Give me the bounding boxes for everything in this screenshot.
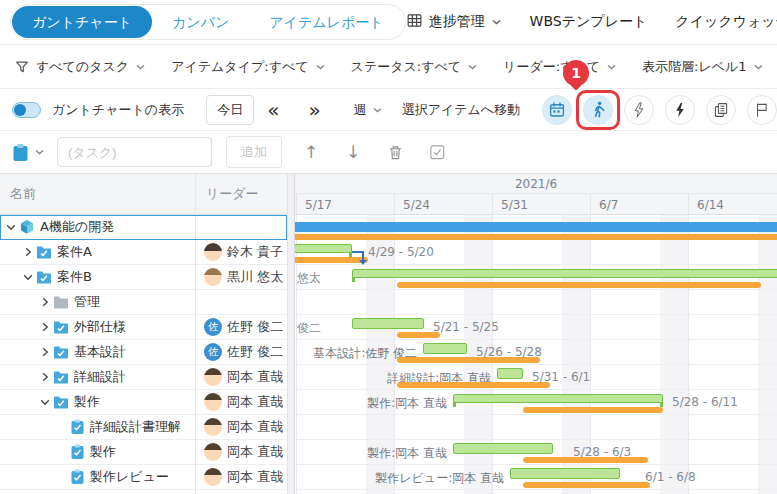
item-type-selector[interactable] (12, 143, 45, 162)
task-row-leader[interactable]: 岡本 直哉 (196, 390, 287, 415)
task-row-name[interactable]: 管理 (0, 290, 195, 315)
bolt-filled-button[interactable] (665, 95, 695, 125)
tree-expand-expand-icon[interactable] (21, 246, 35, 258)
tree-expand-collapse-icon[interactable] (38, 396, 52, 408)
tree-expand-collapse-icon[interactable] (21, 271, 35, 283)
check-select-button[interactable] (424, 139, 450, 165)
gantt-bar-green[interactable] (295, 244, 352, 253)
leader-dropdown[interactable]: リーダー:すべて (503, 58, 617, 76)
display-level-dropdown[interactable]: 表示階層:レベル1 (642, 58, 764, 76)
wbs-template-link[interactable]: WBSテンプレート (530, 13, 648, 31)
tree-expand-expand-icon[interactable] (38, 321, 52, 333)
folder-icon (53, 320, 69, 334)
gantt-bar-green[interactable] (453, 394, 663, 403)
gantt-date-range-label: 5/31 - 6/1 (532, 370, 590, 384)
flag-button[interactable] (747, 95, 777, 125)
add-button[interactable]: 追加 (226, 136, 282, 168)
task-row-name[interactable]: 製作 (0, 390, 195, 415)
move-down-button[interactable]: ↓ (340, 139, 366, 165)
status-dropdown[interactable]: ステータス:すべて (351, 58, 479, 76)
move-to-selected-item-button[interactable]: 選択アイテムへ移動 (402, 101, 521, 119)
task-row-name[interactable]: 製作 (0, 440, 195, 465)
status-label: ステータス:すべて (351, 58, 462, 76)
chevron-down-icon (467, 63, 478, 71)
gantt-bar-orange (523, 407, 663, 413)
gantt-row[interactable]: 製作レビュー:岡本 直哉6/1 - 6/8 (295, 465, 777, 490)
task-row-leader[interactable]: 岡本 直哉 (196, 440, 287, 465)
gantt-summary-bar-blue[interactable] (295, 222, 777, 232)
task-row-name[interactable]: 製作レビュー (0, 465, 195, 490)
checkbox-icon (429, 144, 446, 161)
item-type-dropdown[interactable]: アイテムタイプ:すべて (171, 58, 325, 76)
add-task-bar: 追加 ↑ ↓ (0, 130, 777, 173)
gantt-row[interactable]: 俊二5/21 - 5/25 (295, 315, 777, 340)
tree-expand-expand-icon[interactable] (38, 296, 52, 308)
gantt-row[interactable]: 製作:岡本 直哉5/28 - 6/11 (295, 390, 777, 415)
task-name-label: 案件A (57, 243, 92, 261)
gantt-date-range-label: 6/1 - 6/8 (645, 470, 696, 484)
task-row-leader[interactable]: 岡本 直哉 (196, 465, 287, 490)
gantt-bar-green[interactable] (423, 343, 467, 354)
new-task-input[interactable] (57, 137, 212, 167)
chevron-down-icon (491, 18, 502, 26)
gantt-row[interactable]: 悠太 (295, 265, 777, 290)
calendar-button[interactable] (542, 95, 572, 125)
move-up-button[interactable]: ↑ (298, 139, 324, 165)
copy-pages-button[interactable] (706, 95, 736, 125)
task-row-name[interactable]: 詳細設計書理解 (0, 415, 195, 440)
calendar-icon (548, 101, 566, 119)
gantt-bar-orange (397, 282, 761, 288)
funnel-icon (14, 59, 30, 75)
prev-period-button[interactable]: « (267, 98, 293, 122)
gantt-row[interactable]: 製作:岡本 直哉5/28 - 6/3 (295, 440, 777, 465)
task-row-leader[interactable]: 佐佐野 俊二 (196, 340, 287, 365)
quickwatch-link[interactable]: クイックウォッチ (675, 13, 777, 31)
gantt-bar-orange (523, 482, 650, 488)
zoom-unit-dropdown[interactable]: 週 (354, 101, 383, 119)
gantt-body: 4/29 - 5/20悠太俊二5/21 - 5/25基本設計:佐野 俊二5/26… (295, 215, 777, 494)
tab-item-report[interactable]: アイテムレポート (249, 6, 403, 38)
gantt-row[interactable]: 基本設計:佐野 俊二5/26 - 5/28 (295, 340, 777, 365)
pages-icon (712, 101, 730, 119)
timeline-date-label: 6/14 (697, 198, 724, 212)
today-button[interactable]: 今日 (206, 95, 254, 125)
gantt-bar-green[interactable] (453, 443, 553, 454)
task-row-name[interactable]: 基本設計 (0, 340, 195, 365)
task-row-name[interactable]: 案件A (0, 240, 195, 265)
gantt-row[interactable] (295, 415, 777, 440)
progress-management-menu[interactable]: 進捗管理 (406, 12, 502, 32)
gantt-bar-green[interactable] (352, 318, 424, 329)
bolt-outline-button[interactable] (624, 95, 654, 125)
tab-kanban[interactable]: カンバン (152, 6, 249, 38)
gantt-row[interactable] (295, 290, 777, 315)
task-row-leader[interactable]: 黒川 悠太 (196, 265, 287, 290)
task-row-leader[interactable]: 鈴木 貴子 (196, 240, 287, 265)
next-period-button[interactable]: » (308, 98, 334, 122)
gantt-row[interactable] (295, 215, 777, 240)
gantt-bar-green[interactable] (497, 368, 523, 379)
tree-expand-expand-icon[interactable] (38, 371, 52, 383)
gantt-row[interactable]: 詳細設計:岡本 直哉5/31 - 6/1 (295, 365, 777, 390)
gantt-bar-green[interactable] (510, 468, 620, 479)
gantt-row[interactable]: 4/29 - 5/20 (295, 240, 777, 265)
tab-gantt-chart[interactable]: ガントチャート (12, 6, 152, 38)
filter-bar: すべてのタスク アイテムタイプ:すべて ステータス:すべて リーダー:すべて 表… (0, 45, 777, 88)
task-row-name[interactable]: A機能の開発 (0, 215, 195, 240)
gantt-bar-green[interactable] (352, 269, 777, 278)
task-row-leader[interactable]: 岡本 直哉 (196, 415, 287, 440)
gantt-display-toggle[interactable] (12, 102, 41, 118)
tree-expand-collapse-icon[interactable] (4, 221, 18, 233)
walker-button[interactable] (583, 95, 613, 125)
task-row-leader[interactable]: 佐佐野 俊二 (196, 315, 287, 340)
delete-button[interactable] (382, 139, 408, 165)
task-filter-dropdown[interactable]: すべてのタスク (14, 58, 146, 76)
task-row-name[interactable]: 案件B (0, 265, 195, 290)
leader-avatar: 佐 (204, 318, 222, 336)
column-splitter[interactable] (287, 174, 295, 494)
task-row-leader[interactable]: 岡本 直哉 (196, 365, 287, 390)
tree-expand-expand-icon[interactable] (38, 346, 52, 358)
task-row-leader[interactable] (196, 215, 287, 240)
task-row-name[interactable]: 外部仕様 (0, 315, 195, 340)
task-row-leader[interactable] (196, 290, 287, 315)
task-row-name[interactable]: 詳細設計 (0, 365, 195, 390)
